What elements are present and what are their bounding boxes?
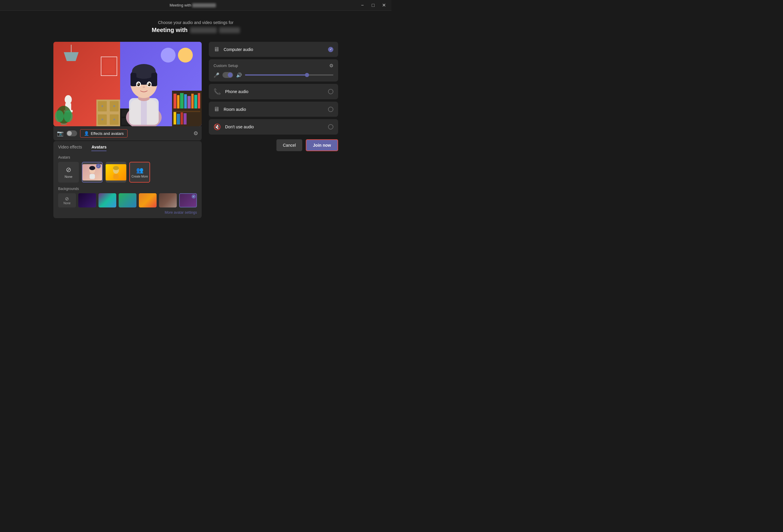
create-more-icon: 👥 <box>136 167 144 174</box>
effects-button-label: Effects and avatars <box>91 131 124 136</box>
no-audio-icon: 🔇 <box>214 123 221 130</box>
volume-slider[interactable] <box>245 74 333 75</box>
mic-toggle[interactable] <box>222 72 233 78</box>
avatar-bg-left <box>53 42 120 126</box>
volume-slider-row: 🎤 🔊 <box>214 72 333 78</box>
phone-audio-option[interactable]: 📞 Phone audio <box>209 84 338 99</box>
computer-audio-option[interactable]: 🖥 Computer audio <box>209 42 338 57</box>
meeting-title: Meeting with <box>152 27 240 33</box>
svg-point-55 <box>143 86 145 88</box>
close-button[interactable]: ✕ <box>380 1 388 9</box>
tabs-panel: Video effects Avatars Avatars ⊘ None <box>53 141 202 218</box>
svg-rect-28 <box>198 93 200 108</box>
svg-point-7 <box>55 110 64 122</box>
bg-selected-checkmark: ✓ <box>192 194 196 199</box>
no-audio-option[interactable]: 🔇 Don't use audio <box>209 119 338 135</box>
custom-setup-label: Custom Setup <box>214 63 238 68</box>
bg-none-icon: ⊘ <box>65 196 69 202</box>
svg-point-14 <box>101 105 103 107</box>
subtitle-text: Choose your audio and video settings for <box>158 20 234 25</box>
bg-purple-room-option[interactable]: ✓ <box>179 193 197 207</box>
left-panel: 📷 👤 Effects and avatars ⚙ Video effects <box>53 42 202 218</box>
svg-rect-26 <box>191 94 194 108</box>
bg-none-option[interactable]: ⊘ None <box>58 193 76 207</box>
avatar-none-option[interactable]: ⊘ None <box>58 162 79 182</box>
room-audio-icon: 🖥 <box>214 106 219 112</box>
minimize-button[interactable]: − <box>358 1 367 9</box>
svg-rect-25 <box>187 96 191 108</box>
camera-toggle[interactable] <box>66 130 77 136</box>
svg-rect-23 <box>180 93 184 108</box>
svg-rect-27 <box>194 95 197 108</box>
avatar-character <box>120 52 174 126</box>
no-audio-radio <box>328 124 333 130</box>
custom-setup-header: Custom Setup ⚙ <box>214 63 333 68</box>
avatars-section-label: Avatars <box>58 155 197 160</box>
avatars-row: ⊘ None ✓ <box>58 162 197 182</box>
svg-point-51 <box>137 83 140 86</box>
avatar-bg-right <box>120 42 202 126</box>
content-row: 📷 👤 Effects and avatars ⚙ Video effects <box>53 42 338 218</box>
volume-fill <box>245 74 307 75</box>
avatar-2-option[interactable] <box>105 162 126 182</box>
phone-audio-icon: 📞 <box>214 88 221 95</box>
bg-nature-option[interactable] <box>119 193 136 207</box>
svg-point-16 <box>101 119 103 120</box>
svg-rect-21 <box>174 94 177 108</box>
selected-checkmark: ✓ <box>96 164 101 168</box>
avatar-2-thumbnail <box>105 164 126 180</box>
svg-rect-33 <box>184 113 187 125</box>
avatar-scene <box>53 42 202 126</box>
mic-toggle-knob <box>228 73 232 77</box>
svg-rect-47 <box>130 73 136 86</box>
cancel-button[interactable]: Cancel <box>276 139 303 151</box>
computer-audio-label: Computer audio <box>224 47 324 52</box>
svg-rect-30 <box>174 112 176 125</box>
svg-point-54 <box>148 83 149 85</box>
more-avatar-settings-link[interactable]: More avatar settings <box>58 210 197 214</box>
svg-point-53 <box>137 83 138 85</box>
title-bar: Meeting with − □ ✕ <box>0 0 392 11</box>
lamp-decoration <box>62 45 80 68</box>
frame-decoration <box>101 57 117 76</box>
window-controls: − □ ✕ <box>358 1 388 9</box>
dresser-decoration <box>96 100 120 126</box>
room-audio-radio <box>328 107 333 112</box>
phone-audio-label: Phone audio <box>225 89 324 94</box>
bg-bokeh-option[interactable] <box>78 193 96 207</box>
mic-muted-icon: 🎤 <box>214 72 219 78</box>
custom-setup-icon[interactable]: ⚙ <box>329 63 333 68</box>
effects-avatars-button[interactable]: 👤 Effects and avatars <box>80 129 128 137</box>
computer-audio-icon: 🖥 <box>214 46 219 53</box>
tab-avatars[interactable]: Avatars <box>91 145 106 151</box>
bg-colorful-option[interactable] <box>98 193 116 207</box>
speaker-icon: 🔊 <box>236 72 242 78</box>
room-audio-option[interactable]: 🖥 Room audio <box>209 102 338 117</box>
create-more-option[interactable]: 👥 Create More <box>129 162 150 182</box>
svg-rect-48 <box>151 73 157 86</box>
svg-rect-58 <box>90 174 95 179</box>
tab-video-effects[interactable]: Video effects <box>58 145 82 151</box>
join-now-button[interactable]: Join now <box>306 139 338 151</box>
backgrounds-row: ⊘ None ✓ <box>58 193 197 207</box>
volume-thumb <box>305 73 309 77</box>
svg-point-52 <box>148 83 151 86</box>
svg-point-60 <box>113 166 119 170</box>
right-panel: 🖥 Computer audio Custom Setup ⚙ 🎤 🔊 <box>209 42 338 218</box>
bg-room-option[interactable] <box>159 193 177 207</box>
svg-point-17 <box>113 119 115 120</box>
video-controls-bar: 📷 👤 Effects and avatars ⚙ <box>53 126 202 140</box>
avatar-1-option[interactable]: ✓ <box>82 162 103 182</box>
effects-icon: 👤 <box>84 131 89 136</box>
bookshelf <box>172 91 202 126</box>
svg-rect-32 <box>181 112 183 125</box>
plant-decoration <box>55 101 73 126</box>
main-area: Choose your audio and video settings for… <box>0 11 392 218</box>
settings-gear-button[interactable]: ⚙ <box>193 130 198 137</box>
toggle-knob <box>67 131 72 136</box>
bg-orange-option[interactable] <box>139 193 157 207</box>
svg-point-15 <box>113 105 115 107</box>
window-title: Meeting with <box>27 3 358 8</box>
maximize-button[interactable]: □ <box>369 1 377 9</box>
phone-audio-radio <box>328 89 333 94</box>
